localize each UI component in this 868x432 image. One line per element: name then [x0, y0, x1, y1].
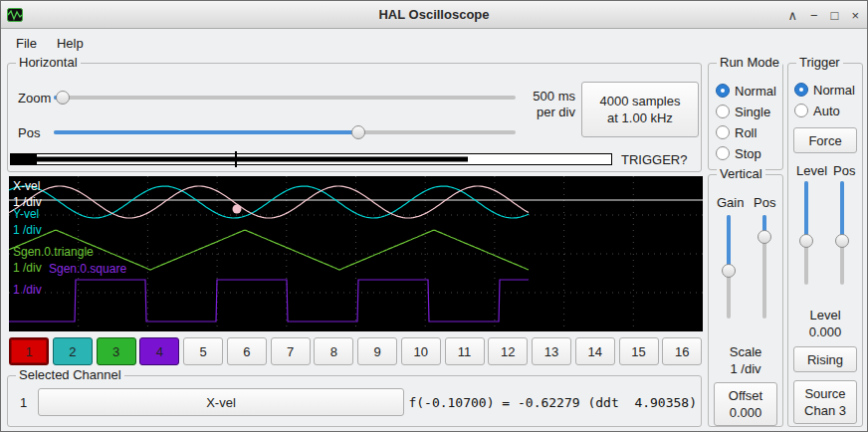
radio-icon	[716, 146, 730, 160]
pos-slider-fill	[54, 130, 358, 134]
selected-channel-number: 1	[20, 395, 27, 410]
run-mode-radio-label: Stop	[735, 146, 761, 161]
channel-button-7[interactable]: 7	[271, 337, 311, 365]
gain-slider-knob[interactable]	[722, 264, 736, 278]
trigger-source-button[interactable]: Source Chan 3	[793, 380, 857, 424]
radio-icon	[716, 125, 730, 139]
offset-button[interactable]: Offset 0.000	[714, 382, 777, 426]
maximize-button[interactable]: □	[831, 8, 839, 23]
scope-channel-label: Y-vel	[13, 207, 39, 221]
samples-button-line2: at 1.00 kHz	[600, 109, 681, 126]
trigger-pos-label: Pos	[833, 163, 855, 178]
horizontal-group: Horizontal Zoom 500 ms per div 4000 samp…	[7, 63, 702, 172]
trigger-edge-button[interactable]: Rising	[793, 346, 857, 372]
trigger-radio-label: Auto	[813, 104, 840, 118]
trigger-pos-slider[interactable]	[834, 181, 850, 285]
trigger-point-marker	[233, 205, 242, 214]
samples-button[interactable]: 4000 samples at 1.00 kHz	[581, 82, 699, 137]
zoom-label: Zoom	[18, 91, 51, 106]
trigger-level-fill	[804, 181, 808, 241]
scale-label: Scale	[709, 344, 782, 359]
run-mode-radio-label: Single	[735, 105, 770, 119]
scope-display[interactable]: X-vel1 /divY-vel1 /divSgen.0.triangle1 /…	[9, 176, 703, 331]
vertical-group-label: Vertical	[717, 166, 765, 181]
scope-channel-label: Sgen.0.triangle	[13, 245, 94, 259]
channel-button-13[interactable]: 13	[532, 337, 571, 365]
trigger-pos-fill	[840, 181, 844, 241]
zoom-slider-track[interactable]	[54, 96, 516, 100]
trigger-level-knob[interactable]	[799, 234, 813, 248]
scope-channel-label: 1 /div	[13, 261, 42, 275]
run-mode-radio-normal[interactable]: Normal	[716, 83, 776, 99]
gain-slider-fill	[727, 215, 731, 271]
pos-slider-knob[interactable]	[351, 125, 365, 139]
force-trigger-button[interactable]: Force	[793, 127, 857, 153]
scope-channel-label: X-vel	[13, 179, 40, 193]
trigger-group-label: Trigger	[796, 55, 843, 70]
channel-button-12[interactable]: 12	[488, 337, 528, 365]
trigger-radio-normal[interactable]: Normal	[794, 82, 855, 98]
trigger-pos-knob[interactable]	[835, 234, 849, 248]
run-mode-radio-single[interactable]: Single	[716, 104, 776, 119]
minimize-button[interactable]: −	[810, 8, 818, 23]
trigger-radio-label: Normal	[813, 83, 855, 98]
pos-label: Pos	[18, 125, 40, 140]
vertical-pos-slider[interactable]	[757, 215, 772, 319]
trigger-level-readout-value: 0.000	[788, 324, 862, 339]
trigger-source-line1: Source	[804, 385, 846, 402]
menu-file[interactable]: File	[7, 33, 46, 54]
record-position-bar[interactable]	[10, 151, 613, 167]
vertical-pos-knob[interactable]	[758, 230, 771, 244]
close-button[interactable]: ×	[851, 8, 859, 23]
channel-button-5[interactable]: 5	[183, 337, 223, 365]
shade-button[interactable]: ∧	[787, 8, 797, 23]
channel-button-10[interactable]: 10	[401, 337, 441, 365]
run-mode-radio-roll[interactable]: Roll	[716, 124, 776, 140]
channel-name-button[interactable]: X-vel	[38, 388, 404, 416]
offset-button-line1: Offset	[729, 387, 762, 404]
pos-slider[interactable]	[54, 124, 516, 140]
horizontal-group-label: Horizontal	[16, 55, 81, 70]
scope-channel-label: 1 /div	[13, 283, 42, 297]
window-controls: ∧ − □ ×	[787, 1, 859, 29]
selected-channel-group: Selected Channel 1 X-vel f(-0.10700) = -…	[7, 375, 702, 427]
run-mode-radio-label: Roll	[735, 125, 757, 140]
channel-button-row: 12345678910111213141516	[9, 337, 703, 365]
gain-slider[interactable]	[721, 215, 737, 319]
offset-button-line2: 0.000	[729, 404, 762, 421]
vertical-pos-label: Pos	[754, 195, 775, 210]
time-per-div: 500 ms per div	[512, 89, 575, 120]
gain-label: Gain	[717, 195, 744, 210]
titlebar: HAL Oscilloscope ∧ − □ ×	[1, 1, 867, 29]
menu-help[interactable]: Help	[48, 33, 93, 54]
run-mode-group-label: Run Mode	[717, 55, 782, 70]
scope-channel-label: 1 /div	[13, 223, 42, 237]
run-mode-radio-stop[interactable]: Stop	[716, 145, 776, 161]
trigger-mode-options: NormalAuto	[794, 82, 855, 118]
zoom-slider-knob[interactable]	[56, 91, 70, 105]
channel-button-1[interactable]: 1	[9, 337, 49, 365]
channel-button-4[interactable]: 4	[139, 337, 179, 365]
radio-icon	[716, 84, 730, 98]
channel-button-16[interactable]: 16	[662, 337, 702, 365]
zoom-slider[interactable]	[54, 90, 516, 106]
run-mode-radio-label: Normal	[735, 84, 776, 99]
scope-channel-label: Sgen.0.square	[49, 262, 126, 276]
trigger-level-slider[interactable]	[798, 181, 814, 285]
channel-button-3[interactable]: 3	[97, 337, 136, 365]
channel-button-15[interactable]: 15	[619, 337, 659, 365]
channel-button-2[interactable]: 2	[53, 337, 93, 365]
channel-button-11[interactable]: 11	[445, 337, 485, 365]
run-mode-group: Run Mode NormalSingleRollStop	[708, 63, 783, 170]
trigger-radio-auto[interactable]: Auto	[794, 103, 855, 118]
channel-button-6[interactable]: 6	[227, 337, 267, 365]
signal-readout: f(-0.10700) = -0.62279 (ddt 4.90358)	[408, 395, 697, 410]
trigger-group: Trigger NormalAuto Force Level Pos Level…	[787, 63, 863, 427]
trigger-status-label: TRIGGER?	[621, 152, 687, 167]
window-title: HAL Oscilloscope	[1, 7, 867, 22]
scope-canvas	[9, 176, 703, 331]
scope-trace-Sgen.0.square	[9, 280, 529, 322]
channel-button-14[interactable]: 14	[575, 337, 615, 365]
channel-button-8[interactable]: 8	[314, 337, 353, 365]
channel-button-9[interactable]: 9	[357, 337, 397, 365]
